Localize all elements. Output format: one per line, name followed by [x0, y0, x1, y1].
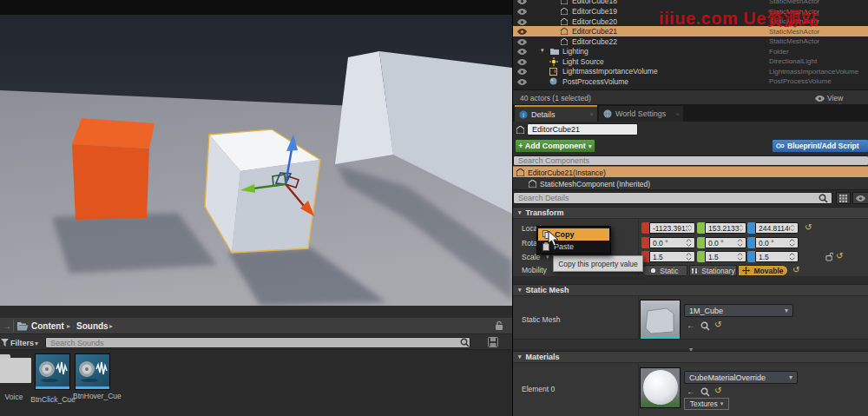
- spinner-icon[interactable]: [686, 239, 692, 247]
- filter-funnel-icon: [1, 339, 9, 347]
- visibility-eye-icon[interactable]: [517, 19, 527, 25]
- location-y-field[interactable]: 153.213394: [705, 222, 746, 234]
- outliner-row[interactable]: Light Source DirectionalLight: [513, 56, 868, 67]
- reset-icon[interactable]: ↺: [836, 252, 843, 261]
- component-row[interactable]: StaticMeshComponent (Inherited): [513, 177, 868, 190]
- scale-y-field[interactable]: 1.5: [705, 251, 746, 262]
- z-axis-chip: [747, 237, 755, 248]
- blueprint-add-script-button[interactable]: Blueprint/Add Script: [772, 139, 868, 153]
- outliner-row[interactable]: LightmassImportanceVolume LightmassImpor…: [513, 66, 868, 76]
- instance-row[interactable]: EditorCube21(Instance): [513, 166, 868, 177]
- view-options-eye-icon[interactable]: [815, 96, 825, 102]
- asset-label[interactable]: BtnClick_Cue: [26, 395, 80, 404]
- lock-icon[interactable]: [495, 320, 503, 331]
- rotation-x-field[interactable]: 0.0 °: [649, 237, 695, 248]
- viewport-3d[interactable]: [0, 0, 512, 306]
- tab-details[interactable]: i Details ×: [515, 105, 597, 122]
- visibility-eye-icon[interactable]: [517, 59, 527, 65]
- reset-icon[interactable]: ↺: [792, 266, 799, 274]
- close-icon[interactable]: ×: [675, 110, 680, 118]
- collapse-icon: ▾: [518, 353, 522, 360]
- sound-cue-asset[interactable]: [35, 353, 70, 390]
- x-axis-chip: [641, 222, 649, 234]
- material-thumbnail[interactable]: [640, 367, 681, 408]
- lock-open-icon[interactable]: [825, 252, 833, 261]
- visibility-eye-icon[interactable]: [517, 69, 527, 75]
- rotation-y-field[interactable]: 0.0 °: [705, 237, 746, 248]
- breadcrumb-root[interactable]: Content: [31, 321, 64, 331]
- browse-search-icon[interactable]: [700, 387, 710, 397]
- reset-icon[interactable]: ↺: [805, 223, 812, 232]
- visibility-eye-icon[interactable]: [517, 29, 527, 35]
- spinner-icon[interactable]: [739, 224, 743, 232]
- actor-name-input[interactable]: [527, 123, 638, 135]
- mobility-movable-button[interactable]: Movable: [738, 265, 788, 276]
- expander-icon[interactable]: ▾: [541, 47, 544, 54]
- use-selected-arrow-icon[interactable]: ←: [687, 320, 695, 330]
- outliner-row[interactable]: EditorCube18 StaticMeshActor: [513, 0, 868, 6]
- mobility-stationary-button[interactable]: Stationary: [689, 265, 737, 276]
- breadcrumb-current[interactable]: Sounds: [76, 321, 108, 331]
- blueprint-icon: [776, 142, 785, 149]
- spinner-icon[interactable]: [790, 224, 795, 232]
- location-z-field[interactable]: 244.811462: [755, 222, 799, 234]
- filters-button[interactable]: Filters: [10, 339, 34, 347]
- spinner-icon[interactable]: [737, 239, 743, 247]
- static-mesh-thumbnail[interactable]: [640, 300, 681, 340]
- orange-cube[interactable]: [72, 118, 155, 220]
- stationary-icon: [691, 267, 698, 274]
- property-matrix-button[interactable]: [836, 192, 851, 204]
- folder-icon: [550, 48, 559, 55]
- sound-cue-asset[interactable]: [75, 353, 110, 390]
- breadcrumb-separator-icon[interactable]: ▸: [109, 322, 113, 330]
- spinner-icon[interactable]: [789, 253, 795, 261]
- visibility-eye-icon[interactable]: [517, 39, 527, 45]
- display-filter-eye-button[interactable]: [852, 192, 868, 204]
- spinner-icon[interactable]: [789, 239, 795, 247]
- location-x-field[interactable]: -1123.391357: [649, 222, 695, 234]
- static-mesh-actor-icon: [561, 18, 568, 25]
- outliner-row[interactable]: PostProcessVolume PostProcessVolume: [513, 76, 868, 87]
- add-component-button[interactable]: + Add Component ▾: [515, 139, 595, 153]
- transform-header[interactable]: ▾ Transform: [513, 207, 868, 219]
- spinner-icon[interactable]: [686, 253, 692, 261]
- static-mesh-actor-icon: [561, 38, 568, 45]
- reset-icon[interactable]: ↺: [714, 320, 721, 329]
- visibility-eye-icon[interactable]: [517, 49, 527, 55]
- outliner-row[interactable]: EditorCube22 StaticMeshActor: [513, 36, 868, 47]
- rotation-z-field[interactable]: 0.0 °: [755, 237, 799, 248]
- divider[interactable]: [638, 296, 639, 339]
- static-mesh-body: Static Mesh 1M_Cube ▾ ← ↺: [513, 296, 868, 339]
- tab-world-settings[interactable]: World Settings ×: [599, 106, 683, 122]
- expand-bar[interactable]: ▾: [513, 339, 868, 349]
- use-selected-arrow-icon[interactable]: ←: [687, 386, 695, 396]
- search-details-input[interactable]: [513, 192, 832, 204]
- scale-z-field[interactable]: 1.5: [755, 251, 799, 262]
- save-icon[interactable]: [488, 337, 498, 347]
- reset-icon[interactable]: ↺: [714, 386, 721, 395]
- visibility-eye-icon[interactable]: [517, 0, 527, 4]
- asset-label[interactable]: BtnHover_Cue: [73, 393, 113, 400]
- forward-arrow-icon[interactable]: →: [3, 321, 11, 331]
- browse-search-icon[interactable]: [700, 321, 710, 331]
- folder-asset-voice[interactable]: [0, 354, 31, 384]
- static-mesh-combo[interactable]: 1M_Cube ▾: [684, 304, 793, 317]
- chevron-down-icon[interactable]: ▾: [546, 254, 549, 261]
- outliner-row-folder[interactable]: ▾ Lighting Folder: [513, 46, 868, 56]
- textures-button[interactable]: Textures ▾: [684, 398, 729, 410]
- materials-body: Element 0 CubeMaterialOverride ▾ ← ↺ Tex…: [513, 363, 868, 416]
- static-mesh-header[interactable]: ▾ Static Mesh: [513, 284, 868, 296]
- search-sounds-input[interactable]: [45, 337, 470, 348]
- search-components-input[interactable]: [513, 155, 868, 166]
- visibility-eye-icon[interactable]: [517, 79, 527, 85]
- close-icon[interactable]: ×: [589, 110, 594, 118]
- divider[interactable]: [638, 363, 639, 416]
- materials-header[interactable]: ▾ Materials: [513, 351, 868, 363]
- mobility-static-button[interactable]: Static: [641, 265, 687, 276]
- material-combo[interactable]: CubeMaterialOverride ▾: [684, 371, 798, 384]
- spinner-icon[interactable]: [687, 224, 692, 232]
- scale-x-field[interactable]: 1.5: [649, 251, 695, 262]
- static-mesh-actor-icon: [561, 0, 568, 4]
- spinner-icon[interactable]: [737, 253, 743, 261]
- visibility-eye-icon[interactable]: [517, 9, 527, 15]
